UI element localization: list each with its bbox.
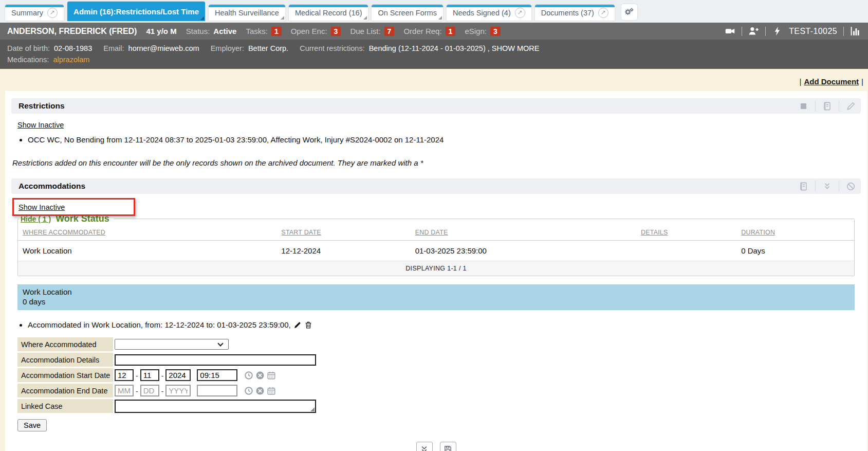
col-end-date[interactable]: END DATE: [411, 224, 637, 241]
restriction-item: OCC WC, No Bending from 12-11-2024 08:37…: [28, 135, 861, 145]
popout-icon[interactable]: ↗: [47, 8, 58, 18]
tab-needs-signed[interactable]: Needs Signed (4) ↗: [447, 5, 531, 21]
tab-label: Documents (37): [541, 9, 594, 17]
clear-icon[interactable]: [255, 386, 265, 395]
add-user-icon[interactable]: [748, 26, 759, 37]
start-day-input[interactable]: [140, 369, 159, 381]
esign-badge[interactable]: 3: [490, 27, 501, 36]
accommodations-title: Accommodations: [19, 182, 85, 191]
where-accommodated-label: Where Accommodated: [17, 337, 113, 351]
due-list-label: Due List:: [350, 27, 380, 35]
chart-icon[interactable]: [850, 26, 861, 37]
tab-label: Health Surveillance: [215, 9, 279, 17]
restrictions-show-inactive-link[interactable]: Show Inactive: [17, 121, 64, 129]
save-record-button[interactable]: [440, 442, 456, 451]
esign-label: eSign:: [465, 27, 487, 35]
accommodations-show-inactive-link[interactable]: Show Inactive: [19, 203, 65, 211]
collapse-button[interactable]: [416, 442, 433, 451]
where-accommodated-select[interactable]: [115, 339, 229, 350]
journal-icon[interactable]: [822, 101, 832, 111]
journal-icon[interactable]: [799, 182, 808, 191]
tab-medical-record[interactable]: Medical Record (16): [289, 5, 368, 21]
divider: [843, 27, 844, 36]
add-document-link[interactable]: Add Document: [804, 77, 859, 86]
bookmark-icon[interactable]: [799, 101, 808, 111]
tab-admin-restrictions[interactable]: Admin (16):Restrictions/Lost Time: [67, 2, 205, 21]
start-month-input[interactable]: [115, 369, 134, 381]
col-start-date[interactable]: START DATE: [277, 224, 411, 241]
table-row[interactable]: Work Location 12-12-2024 01-03-2025 23:5…: [18, 241, 854, 261]
end-year-input[interactable]: [165, 385, 191, 396]
flash-icon[interactable]: [772, 26, 783, 37]
due-list-badge[interactable]: 7: [384, 27, 395, 36]
accommodation-item-text: Accommodated in Work Location, from: 12-…: [28, 320, 291, 329]
collapse-icon[interactable]: [822, 182, 832, 191]
accommodations-section-header: Accommodations: [11, 178, 861, 194]
linked-case-label: Linked Case: [17, 399, 113, 413]
col-details[interactable]: DETAILS: [637, 224, 737, 241]
summary-line1: Work Location: [23, 287, 849, 297]
employer-label: Employer:: [211, 44, 244, 52]
save-button[interactable]: Save: [17, 419, 47, 431]
delete-icon[interactable]: [304, 321, 312, 329]
accommodations-table: WHERE ACCOMMODATED START DATE END DATE D…: [18, 224, 854, 276]
divider: [839, 100, 839, 112]
accommodation-details-input[interactable]: [115, 354, 316, 366]
tab-label: Needs Signed (4): [453, 9, 511, 17]
disable-icon[interactable]: [846, 182, 856, 191]
calendar-icon[interactable]: [267, 371, 276, 380]
save-icon: [444, 445, 452, 451]
tasks-badge[interactable]: 1: [271, 27, 282, 36]
dob-label: Date of birth:: [7, 44, 50, 52]
document-toolbar: |Add Document|: [0, 69, 868, 91]
end-day-input[interactable]: [140, 385, 159, 396]
patient-name: ANDERSON, FREDERICK (FRED): [7, 27, 137, 36]
date-separator: -: [161, 387, 164, 396]
open-enc-badge[interactable]: 3: [331, 27, 341, 36]
patient-header-bar: ANDERSON, FREDERICK (FRED) 41 y/o M Stat…: [0, 23, 868, 40]
restrictions-section-header: Restrictions: [11, 98, 861, 114]
status-value: Active: [213, 27, 236, 35]
divider: [742, 27, 742, 36]
popout-icon[interactable]: ↗: [515, 8, 525, 18]
tab-label: Admin (16):Restrictions/Lost Time: [73, 7, 199, 16]
tab-summary[interactable]: Summary ↗: [5, 5, 64, 21]
hide-count-link[interactable]: Hide ( 1 ): [21, 215, 51, 223]
clock-icon[interactable]: [244, 386, 253, 395]
start-year-input[interactable]: [165, 369, 191, 381]
col-duration[interactable]: DURATION: [737, 224, 854, 241]
current-restrictions-label: Current restrictions:: [300, 44, 365, 52]
resize-grip[interactable]: [310, 407, 315, 411]
clear-icon[interactable]: [255, 371, 265, 380]
end-time-input[interactable]: [197, 385, 237, 396]
open-enc-label: Open Enc:: [291, 27, 327, 35]
cell-details: [637, 241, 737, 261]
show-more-link[interactable]: SHOW MORE: [492, 44, 540, 52]
end-month-input[interactable]: [115, 385, 134, 396]
calendar-icon[interactable]: [267, 386, 276, 395]
dob-value: 02-08-1983: [54, 44, 92, 52]
video-call-icon[interactable]: [725, 26, 735, 37]
end-date-label: Accommodation End Date: [17, 384, 113, 398]
status-label: Status:: [186, 27, 210, 35]
work-status-fieldset: Hide ( 1 ) Work Status WHERE ACCOMMODATE…: [17, 213, 855, 276]
accommodation-summary-box: Work Location 0 days: [17, 284, 855, 310]
edit-icon[interactable]: [293, 321, 302, 329]
date-separator: -: [161, 372, 164, 381]
tab-health-surveillance[interactable]: Health Surveillance: [209, 5, 285, 21]
settings-button[interactable]: [621, 4, 637, 20]
order-req-badge[interactable]: 1: [446, 27, 456, 36]
linked-case-input[interactable]: [115, 400, 316, 413]
tab-on-screen-forms[interactable]: On Screen Forms: [372, 5, 442, 21]
start-time-input[interactable]: [197, 369, 237, 381]
medications-value[interactable]: alprazolam: [53, 56, 89, 64]
popout-icon[interactable]: ↗: [598, 8, 608, 18]
edit-icon[interactable]: [846, 101, 856, 111]
medications-label: Medications:: [7, 56, 49, 64]
col-where-accommodated[interactable]: WHERE ACCOMMODATED: [18, 224, 277, 241]
summary-line2: 0 days: [23, 297, 849, 306]
cell-where: Work Location: [18, 241, 277, 261]
collapse-icon: [420, 445, 429, 451]
tab-documents[interactable]: Documents (37) ↗: [535, 5, 615, 21]
clock-icon[interactable]: [244, 371, 253, 380]
